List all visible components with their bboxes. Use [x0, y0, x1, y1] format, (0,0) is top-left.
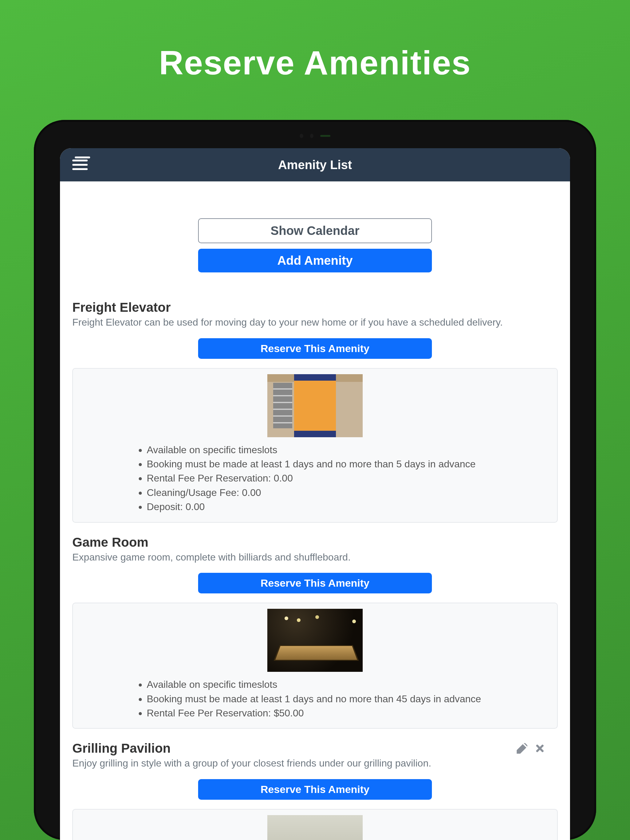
reserve-amenity-button[interactable]: Reserve This Amenity: [198, 338, 432, 359]
amenity-detail: Rental Fee Per Reservation: $50.00: [147, 706, 545, 720]
add-amenity-button[interactable]: Add Amenity: [198, 249, 432, 272]
amenity-item: Freight Elevator Freight Elevator can be…: [72, 300, 558, 523]
amenity-card: Available on specific timeslotsBooking m…: [72, 603, 558, 729]
reserve-amenity-button[interactable]: Reserve This Amenity: [198, 573, 432, 594]
amenity-title: Grilling Pavilion: [72, 741, 516, 756]
amenity-image: [268, 815, 362, 840]
device-camera: [300, 133, 330, 138]
delete-icon[interactable]: [534, 743, 545, 755]
hero-title: Reserve Amenities: [0, 0, 630, 82]
reserve-amenity-button[interactable]: Reserve This Amenity: [198, 779, 432, 800]
device-frame: Amenity List Show Calendar Add Amenity F…: [34, 120, 596, 840]
amenity-image: [268, 374, 362, 437]
amenity-description: Enjoy grilling in style with a group of …: [72, 757, 516, 770]
app-screen: Amenity List Show Calendar Add Amenity F…: [60, 148, 570, 840]
amenity-detail: Available on specific timeslots: [147, 443, 545, 457]
amenity-item: Grilling Pavilion Enjoy grilling in styl…: [72, 741, 558, 840]
amenity-description: Expansive game room, complete with billi…: [72, 551, 558, 564]
amenity-detail: Booking must be made at least 1 days and…: [147, 692, 545, 706]
amenity-image: [268, 609, 362, 672]
amenity-title: Freight Elevator: [72, 300, 558, 315]
amenity-title: Game Room: [72, 535, 558, 550]
amenity-description: Freight Elevator can be used for moving …: [72, 316, 558, 329]
amenity-detail: Rental Fee Per Reservation: 0.00: [147, 471, 545, 485]
amenity-card: [72, 809, 558, 840]
show-calendar-button[interactable]: Show Calendar: [198, 218, 432, 243]
amenity-item: Game Room Expansive game room, complete …: [72, 535, 558, 729]
edit-icon[interactable]: [516, 743, 527, 755]
content-area: Show Calendar Add Amenity Freight Elevat…: [60, 182, 570, 840]
amenity-card: Available on specific timeslotsBooking m…: [72, 368, 558, 523]
menu-button[interactable]: [72, 159, 88, 170]
top-button-group: Show Calendar Add Amenity: [72, 218, 558, 272]
amenity-detail: Booking must be made at least 1 days and…: [147, 457, 545, 471]
amenity-detail: Deposit: 0.00: [147, 500, 545, 514]
amenity-detail: Cleaning/Usage Fee: 0.00: [147, 485, 545, 500]
notification-dot-icon: [75, 156, 90, 158]
nav-title: Amenity List: [278, 158, 352, 172]
nav-bar: Amenity List: [60, 148, 570, 182]
amenity-detail: Available on specific timeslots: [147, 677, 545, 692]
